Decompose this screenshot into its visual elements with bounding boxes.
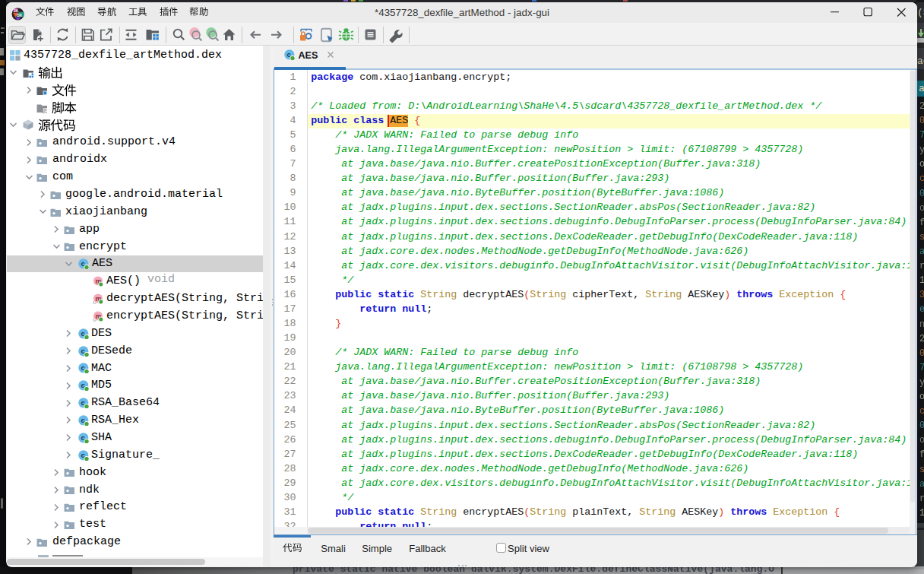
svg-text:DX: DX	[17, 13, 23, 17]
svg-text:JA: JA	[14, 8, 19, 13]
